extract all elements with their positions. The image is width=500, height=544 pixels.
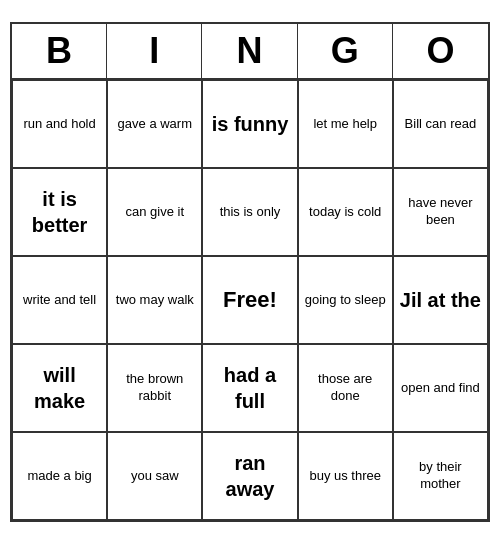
header-letter-g: G — [298, 24, 393, 78]
bingo-cell-24: by their mother — [393, 432, 488, 520]
bingo-cell-0: run and hold — [12, 80, 107, 168]
bingo-cell-17: had a full — [202, 344, 297, 432]
bingo-cell-12: Free! — [202, 256, 297, 344]
bingo-cell-19: open and find — [393, 344, 488, 432]
bingo-cell-10: write and tell — [12, 256, 107, 344]
bingo-cell-1: gave a warm — [107, 80, 202, 168]
bingo-cell-14: Jil at the — [393, 256, 488, 344]
bingo-cell-5: it is better — [12, 168, 107, 256]
bingo-card: BINGO run and holdgave a warmis funnylet… — [10, 22, 490, 522]
header-letter-i: I — [107, 24, 202, 78]
bingo-cell-7: this is only — [202, 168, 297, 256]
bingo-cell-3: let me help — [298, 80, 393, 168]
header-letter-o: O — [393, 24, 488, 78]
bingo-cell-18: those are done — [298, 344, 393, 432]
bingo-cell-6: can give it — [107, 168, 202, 256]
bingo-cell-16: the brown rabbit — [107, 344, 202, 432]
bingo-cell-9: have never been — [393, 168, 488, 256]
bingo-cell-22: ran away — [202, 432, 297, 520]
bingo-grid: run and holdgave a warmis funnylet me he… — [12, 80, 488, 520]
bingo-cell-4: Bill can read — [393, 80, 488, 168]
bingo-cell-11: two may walk — [107, 256, 202, 344]
bingo-cell-23: buy us three — [298, 432, 393, 520]
bingo-cell-15: will make — [12, 344, 107, 432]
bingo-header: BINGO — [12, 24, 488, 80]
bingo-cell-8: today is cold — [298, 168, 393, 256]
bingo-cell-20: made a big — [12, 432, 107, 520]
bingo-cell-21: you saw — [107, 432, 202, 520]
header-letter-n: N — [202, 24, 297, 78]
bingo-cell-13: going to sleep — [298, 256, 393, 344]
bingo-cell-2: is funny — [202, 80, 297, 168]
header-letter-b: B — [12, 24, 107, 78]
